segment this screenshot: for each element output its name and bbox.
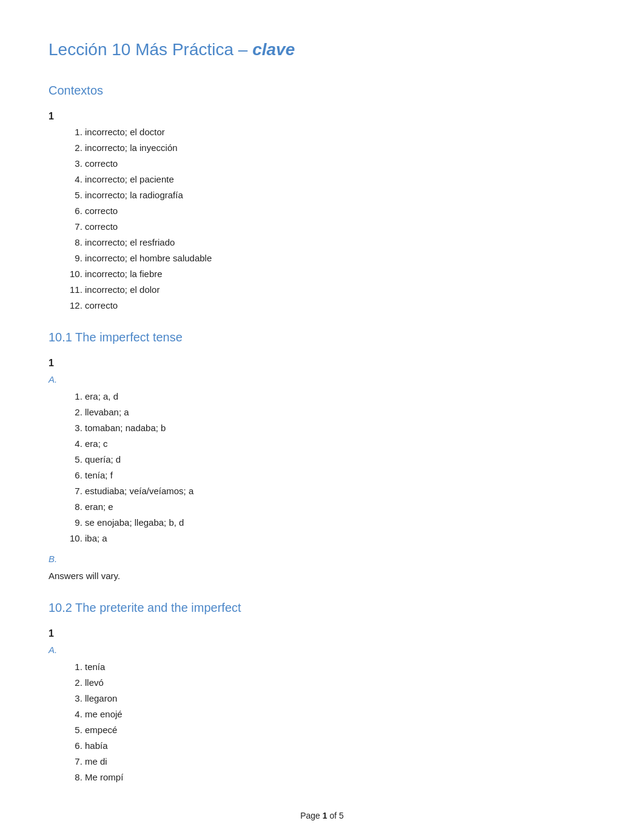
- list-item: incorrecto; el paciente: [85, 172, 595, 187]
- list-item: incorrecto; el hombre saludable: [85, 251, 595, 266]
- list-item: eran; e: [85, 500, 595, 514]
- list-item: tenía; f: [85, 468, 595, 483]
- answer-list: teníallevóllegaronme enojéempecéhabíame …: [49, 660, 595, 785]
- list-item: me enojé: [85, 707, 595, 722]
- answer-list: incorrecto; el doctorincorrecto; la inye…: [49, 125, 595, 313]
- content-area: Contextos1incorrecto; el doctorincorrect…: [49, 81, 595, 785]
- footer-page-label: Page: [300, 811, 320, 820]
- list-item: empecé: [85, 723, 595, 737]
- list-item: incorrecto; el dolor: [85, 283, 595, 297]
- subsection-letter: A.: [49, 643, 595, 657]
- section-preterite-imperfect: 10.2 The preterite and the imperfect1A.t…: [49, 598, 595, 785]
- list-item: era; a, d: [85, 389, 595, 404]
- list-item: estudiaba; veía/veíamos; a: [85, 484, 595, 498]
- list-item: quería; d: [85, 452, 595, 467]
- section-contextos: Contextos1incorrecto; el doctorincorrect…: [49, 81, 595, 314]
- answer-list: era; a, dllevaban; atomaban; nadaba; ber…: [49, 389, 595, 546]
- list-item: incorrecto; la inyección: [85, 141, 595, 155]
- list-item: correcto: [85, 298, 595, 313]
- footer-page-total: 5: [339, 811, 344, 820]
- list-item: llevó: [85, 676, 595, 690]
- footer-page-current: 1: [323, 811, 327, 820]
- list-item: tenía: [85, 660, 595, 674]
- subsection-letter: B.: [49, 552, 595, 566]
- list-item: correcto: [85, 156, 595, 171]
- footer-page-separator: of: [329, 811, 337, 820]
- subsection-number: 1: [49, 626, 595, 642]
- list-item: se enojaba; llegaba; b, d: [85, 515, 595, 530]
- list-item: iba; a: [85, 531, 595, 546]
- list-item: correcto: [85, 220, 595, 234]
- list-item: incorrecto; la radiografía: [85, 188, 595, 203]
- section-heading-imperfect: 10.1 The imperfect tense: [49, 327, 595, 347]
- section-heading-contextos: Contextos: [49, 81, 595, 100]
- list-item: incorrecto; el doctor: [85, 125, 595, 139]
- list-item: había: [85, 739, 595, 753]
- list-item: Me rompí: [85, 770, 595, 785]
- list-item: incorrecto; la fiebre: [85, 267, 595, 281]
- list-item: llevaban; a: [85, 405, 595, 420]
- list-item: incorrecto; el resfriado: [85, 235, 595, 250]
- subsection-number: 1: [49, 109, 595, 124]
- subsection-letter: A.: [49, 372, 595, 387]
- section-heading-preterite-imperfect: 10.2 The preterite and the imperfect: [49, 598, 595, 617]
- list-item: me di: [85, 754, 595, 769]
- list-item: llegaron: [85, 691, 595, 706]
- answers-will-vary-text: Answers will vary.: [49, 569, 595, 583]
- title-text: Lección 10 Más Práctica –: [49, 40, 247, 59]
- list-item: correcto: [85, 204, 595, 218]
- title-italic: clave: [252, 40, 295, 59]
- subsection-number: 1: [49, 355, 595, 371]
- list-item: era; c: [85, 437, 595, 451]
- section-imperfect: 10.1 The imperfect tense1A.era; a, dllev…: [49, 327, 595, 583]
- page-footer: Page 1 of 5: [49, 809, 595, 822]
- page-title: Lección 10 Más Práctica – clave: [49, 36, 595, 64]
- list-item: tomaban; nadaba; b: [85, 421, 595, 435]
